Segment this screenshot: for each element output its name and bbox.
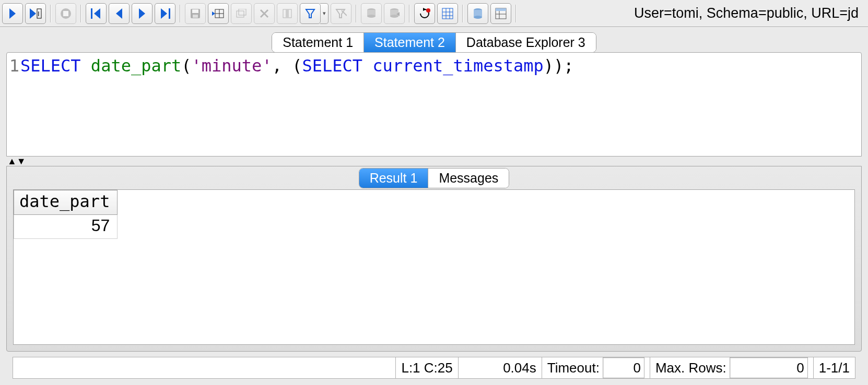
svg-marker-10 xyxy=(161,8,167,19)
run-button[interactable] xyxy=(2,3,23,24)
svg-point-44 xyxy=(474,16,482,19)
stop-button xyxy=(55,3,76,24)
timeout-input[interactable]: 0 xyxy=(603,357,644,378)
table-row: 57 xyxy=(14,215,118,239)
svg-rect-6 xyxy=(91,8,92,19)
toolbar-separator xyxy=(462,5,463,22)
cell-value[interactable]: 57 xyxy=(14,215,118,239)
svg-marker-7 xyxy=(94,8,100,19)
select-columns-button xyxy=(277,3,298,24)
svg-rect-37 xyxy=(442,8,453,19)
connection-info: User=tomi, Schema=public, URL=jd xyxy=(627,5,866,21)
nav-prev-button[interactable] xyxy=(109,3,130,24)
maxrows-input[interactable]: 0 xyxy=(730,357,808,378)
nav-last-button[interactable] xyxy=(155,3,175,24)
timeout-field: Timeout: 0 xyxy=(542,357,650,378)
toolbar-separator xyxy=(180,5,181,22)
tabs-statements: Statement 1 Statement 2 Database Explore… xyxy=(6,33,862,53)
svg-marker-0 xyxy=(9,8,16,19)
tab-messages[interactable]: Messages xyxy=(428,169,509,188)
svg-point-36 xyxy=(426,8,430,13)
svg-rect-14 xyxy=(193,15,198,18)
row-range: 1-1/1 xyxy=(813,357,855,378)
results-panel: Result 1 Messages date_part 57 xyxy=(6,166,862,352)
nav-first-button[interactable] xyxy=(86,3,107,24)
svg-rect-20 xyxy=(239,9,246,15)
svg-marker-26 xyxy=(336,9,345,18)
svg-rect-13 xyxy=(192,9,198,13)
form-view-button[interactable] xyxy=(490,3,511,24)
data-grid-button[interactable] xyxy=(437,3,458,24)
exec-time: 0.04s xyxy=(458,357,542,378)
svg-rect-46 xyxy=(496,8,506,11)
tabs-results: Result 1 Messages xyxy=(7,166,861,189)
svg-point-30 xyxy=(367,15,376,18)
commit-button xyxy=(361,3,382,24)
sql-editor[interactable]: 1 SELECT date_part('minute', (SELECT cur… xyxy=(6,52,862,157)
svg-rect-5 xyxy=(63,11,68,16)
filter-dropdown[interactable] xyxy=(320,3,329,24)
copy-row-button xyxy=(231,3,252,24)
toolbar-separator xyxy=(409,5,410,22)
svg-marker-1 xyxy=(30,8,36,19)
splitter-handle[interactable]: ▲▼ xyxy=(6,157,862,166)
sql-code[interactable]: SELECT date_part('minute', (SELECT curre… xyxy=(20,56,574,76)
svg-rect-19 xyxy=(237,11,244,17)
nav-next-button[interactable] xyxy=(132,3,153,24)
line-number: 1 xyxy=(8,56,20,76)
toolbar-separator xyxy=(515,5,517,22)
toolbar-separator xyxy=(80,5,81,22)
svg-point-33 xyxy=(390,15,398,18)
svg-text:I: I xyxy=(38,10,40,18)
database-view-button[interactable] xyxy=(467,3,488,24)
toolbar-separator xyxy=(356,5,357,22)
svg-marker-8 xyxy=(116,8,122,19)
save-button xyxy=(185,3,206,24)
column-header[interactable]: date_part xyxy=(14,190,118,215)
tab-statement-1[interactable]: Statement 1 xyxy=(272,33,364,52)
filter-button[interactable] xyxy=(300,3,321,24)
svg-marker-35 xyxy=(423,8,426,11)
clear-filter-button xyxy=(331,3,351,24)
svg-rect-11 xyxy=(169,8,170,19)
svg-marker-9 xyxy=(139,8,145,19)
run-to-cursor-button[interactable]: I xyxy=(25,3,46,24)
delete-row-button xyxy=(254,3,275,24)
svg-marker-18 xyxy=(212,11,215,16)
tab-database-explorer-3[interactable]: Database Explorer 3 xyxy=(456,33,596,52)
status-bar: L:1 C:25 0.04s Timeout: 0 Max. Rows: 0 1… xyxy=(13,357,855,379)
rollback-button xyxy=(384,3,405,24)
toolbar: I xyxy=(0,0,868,27)
toolbar-separator xyxy=(50,5,51,22)
main-area: Statement 1 Statement 2 Database Explore… xyxy=(0,27,868,385)
maxrows-label: Max. Rows: xyxy=(655,360,726,376)
result-grid[interactable]: date_part 57 xyxy=(13,189,855,345)
tab-statement-2[interactable]: Statement 2 xyxy=(364,33,456,52)
maxrows-field: Max. Rows: 0 xyxy=(650,357,813,378)
svg-rect-24 xyxy=(286,9,289,18)
tab-result-1[interactable]: Result 1 xyxy=(359,169,429,188)
cursor-position: L:1 C:25 xyxy=(395,357,458,378)
svg-marker-25 xyxy=(306,9,314,18)
refresh-button[interactable] xyxy=(414,3,435,24)
timeout-label: Timeout: xyxy=(547,360,600,376)
insert-row-button[interactable] xyxy=(208,3,229,24)
